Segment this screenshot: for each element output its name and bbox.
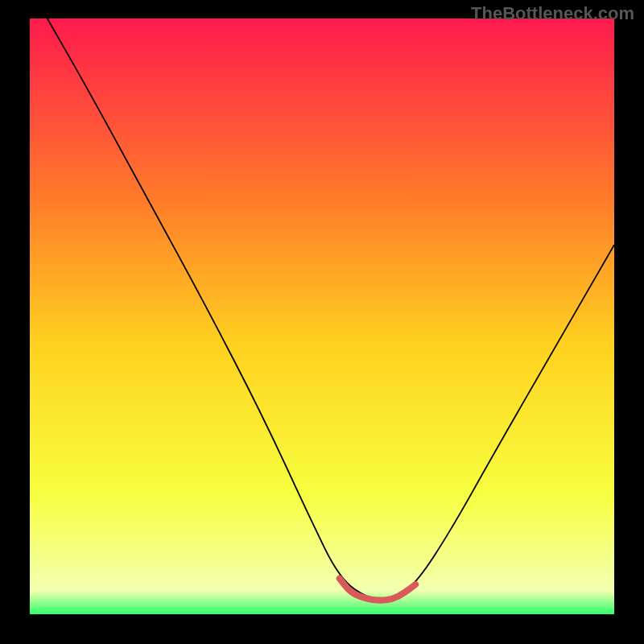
chart-curve [30,19,614,614]
plot-area [30,19,614,614]
watermark-text: TheBottleneck.com [471,3,634,24]
chart-container: TheBottleneck.com [0,0,644,644]
